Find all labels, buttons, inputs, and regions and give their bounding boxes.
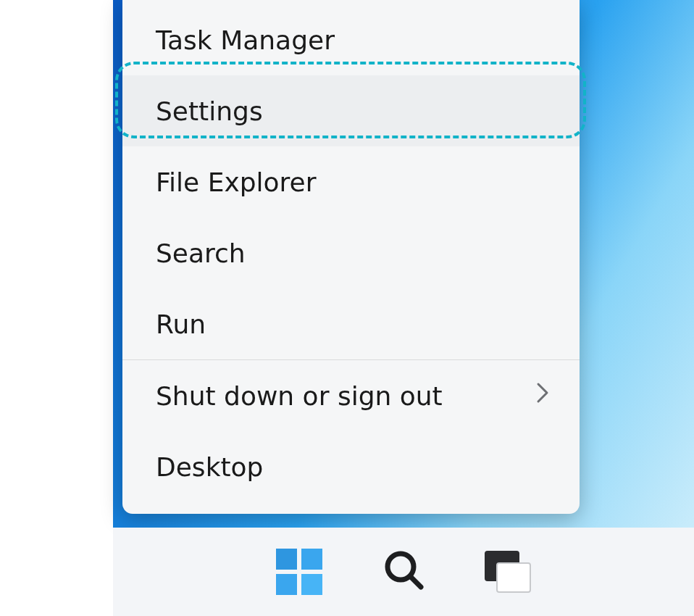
menu-item-task-manager[interactable]: Task Manager [122, 4, 580, 75]
task-view-icon [485, 551, 531, 593]
menu-item-file-explorer[interactable]: File Explorer [122, 146, 580, 217]
menu-item-desktop[interactable]: Desktop [122, 431, 580, 502]
menu-item-label: File Explorer [156, 167, 317, 197]
menu-item-label: Desktop [156, 452, 263, 482]
start-button[interactable] [273, 546, 325, 598]
menu-item-label: Run [156, 309, 206, 339]
menu-item-label: Search [156, 238, 246, 268]
taskbar-search-button[interactable] [377, 546, 430, 598]
taskbar [113, 528, 694, 616]
menu-item-settings[interactable]: Settings [122, 75, 580, 146]
winx-context-menu: Task Manager Settings File Explorer Sear… [122, 0, 580, 514]
windows-start-icon [276, 549, 322, 595]
menu-item-label: Settings [156, 96, 263, 126]
menu-item-shutdown-signout[interactable]: Shut down or sign out [122, 360, 580, 431]
chevron-right-icon [535, 380, 551, 411]
search-icon [380, 547, 427, 596]
menu-item-run[interactable]: Run [122, 288, 580, 359]
menu-item-search[interactable]: Search [122, 217, 580, 288]
menu-item-label: Task Manager [156, 25, 335, 55]
task-view-button[interactable] [482, 546, 534, 598]
svg-line-1 [411, 577, 421, 587]
menu-item-label: Shut down or sign out [156, 381, 443, 411]
